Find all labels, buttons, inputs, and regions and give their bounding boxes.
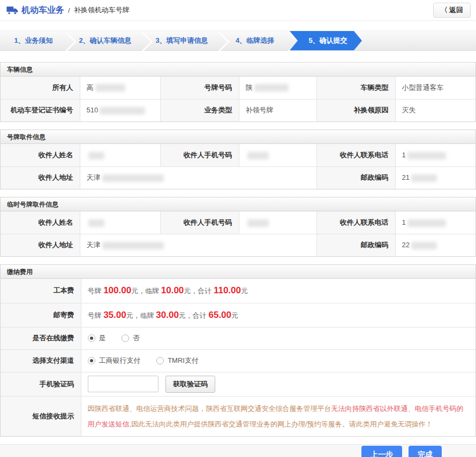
main-content: 车辆信息 所有人 高 号牌号码 陕 车辆类型 小型普通客车 机动车登记证书编号 …: [0, 62, 476, 437]
plate-pickup-table: 收件人姓名 收件人手机号码 收件人联系电话 1 收件人地址 天津 邮政编码 21: [1, 144, 475, 189]
step-2-label: 2、确认车辆信息: [79, 36, 131, 45]
owner-value: 高: [80, 77, 160, 99]
footer-bar: 上一步 完成: [0, 444, 476, 457]
redacted-text: [100, 107, 145, 115]
table-row: 选择支付渠道 工商银行支付 TMRI支付: [1, 349, 475, 372]
redacted-text: [88, 152, 104, 159]
get-sms-code-button[interactable]: 获取验证码: [165, 376, 215, 393]
plate-cost-amount: 100.00: [103, 285, 131, 295]
recipient-name-value: [80, 144, 160, 166]
payment-channel-label: 选择支付渠道: [1, 349, 81, 372]
temp-plate-cost-amount: 10.00: [161, 285, 184, 295]
step-1-notice[interactable]: 1、业务须知: [0, 31, 67, 50]
radio-channel-icbc[interactable]: 工商银行支付: [88, 356, 141, 365]
radio-checked-icon: [88, 357, 95, 364]
back-button-label: 返回: [449, 5, 463, 15]
sms-notice-text: 因陕西省联通、电信运营商技术问题，陕西省互联网交通安全综合服务管理平台无法向持陕…: [81, 396, 475, 436]
fees-table: 工本费 号牌 100.00元，临牌 10.00元，合计 110.00元 邮寄费 …: [1, 279, 475, 436]
step-5-confirm-submit[interactable]: 5、确认提交: [290, 31, 362, 50]
step-4-temp-plate[interactable]: 4、临牌选择: [220, 31, 290, 50]
sms-code-input[interactable]: [88, 376, 158, 392]
zip-code-label: 邮政编码: [316, 166, 395, 189]
plate-number-value: 陕: [239, 77, 316, 99]
recipient-phone-value: 1: [395, 144, 475, 166]
redacted-text: [411, 174, 437, 182]
recipient-address-value: 天津: [80, 166, 316, 189]
recipient-mobile-value: [239, 211, 316, 234]
redacted-text: [102, 242, 164, 249]
back-chevron-icon: 〈: [441, 5, 448, 15]
sms-notice-part1: 因陕西省联通、电信运营商技术问题，陕西省互联网交通安全综合服务管理平台: [88, 405, 331, 413]
sms-code-field: 获取验证码: [81, 372, 475, 396]
radio-online-no[interactable]: 否: [122, 333, 140, 343]
zip-code-value: 21: [395, 166, 475, 189]
vehicle-info-table: 所有人 高 号牌号码 陕 车辆类型 小型普通客车 机动车登记证书编号 510 业…: [1, 77, 475, 121]
app-title[interactable]: 机动车业务: [21, 5, 64, 16]
sms-notice-label: 短信接收提示: [1, 396, 81, 436]
recipient-phone-label: 收件人联系电话: [316, 144, 395, 166]
owner-label: 所有人: [1, 77, 80, 99]
total-cost-amount: 110.00: [214, 285, 241, 295]
redacted-text: [102, 174, 164, 182]
vehicle-type-label: 车辆类型: [316, 77, 395, 99]
redacted-text: [247, 152, 269, 159]
breadcrumb: 机动车业务 / 补换领机动车号牌: [6, 5, 130, 16]
table-row: 是否在线缴费 是 否: [1, 327, 475, 349]
zip-code-value: 22: [395, 234, 475, 256]
step-3-application[interactable]: 3、填写申请信息: [143, 31, 220, 50]
radio-unchecked-icon: [156, 357, 164, 364]
step-3-label: 3、填写申请信息: [155, 36, 208, 45]
radio-online-yes[interactable]: 是: [88, 333, 106, 343]
total-postage-amount: 65.00: [208, 310, 231, 320]
plate-number-label: 号牌号码: [160, 77, 239, 99]
reason-value: 灭失: [395, 99, 475, 121]
recipient-phone-value: 1: [395, 211, 475, 234]
redacted-text: [407, 152, 446, 159]
table-row: 收件人地址 天津 邮政编码 22: [1, 234, 475, 256]
step-progress-bar: 1、业务须知 2、确认车辆信息 3、填写申请信息 4、临牌选择 5、确认提交: [0, 31, 476, 51]
table-row: 手机验证码 获取验证码: [1, 372, 475, 396]
table-row: 机动车登记证书编号 510 业务类型 补领号牌 补换领原因 灭失: [1, 99, 475, 121]
temp-plate-pickup-title: 临时号牌取件信息: [1, 197, 475, 211]
step-1-label: 1、业务须知: [14, 36, 52, 45]
temp-plate-postage-amount: 30.00: [156, 310, 179, 320]
truck-icon: [6, 6, 18, 15]
sms-notice-part3: ,因此无法向此类用户提供陕西省交通管理业务的网上办理/预约等服务。请此类用户避免…: [130, 420, 433, 428]
zip-code-label: 邮政编码: [316, 234, 395, 256]
temp-plate-pickup-table: 收件人姓名 收件人手机号码 收件人联系电话 1 收件人地址 天津 邮政编码 22: [1, 211, 475, 256]
business-type-label: 业务类型: [160, 99, 239, 121]
payment-channel-options: 工商银行支付 TMRI支付: [81, 349, 475, 372]
redacted-text: [88, 219, 104, 227]
page-title: 补换领机动车号牌: [74, 5, 130, 15]
plate-postage-amount: 35.00: [103, 310, 126, 320]
production-cost-value: 号牌 100.00元，临牌 10.00元，合计 110.00元: [81, 279, 475, 303]
section-fees: 缴纳费用 工本费 号牌 100.00元，临牌 10.00元，合计 110.00元…: [0, 264, 476, 437]
section-temp-plate-pickup-info: 临时号牌取件信息 收件人姓名 收件人手机号码 收件人联系电话 1 收件人地址 天…: [0, 197, 476, 257]
radio-channel-tmri[interactable]: TMRI支付: [156, 356, 199, 365]
business-type-value: 补领号牌: [239, 99, 316, 121]
back-button[interactable]: 〈 返回: [433, 3, 471, 18]
section-plate-pickup-info: 号牌取件信息 收件人姓名 收件人手机号码 收件人联系电话 1 收件人地址 天津 …: [0, 130, 476, 189]
table-row: 工本费 号牌 100.00元，临牌 10.00元，合计 110.00元: [1, 279, 475, 303]
recipient-address-value: 天津: [80, 234, 316, 256]
prev-step-button[interactable]: 上一步: [361, 446, 402, 457]
recipient-mobile-label: 收件人手机号码: [160, 211, 239, 234]
registration-cert-label: 机动车登记证书编号: [1, 99, 80, 121]
recipient-address-label: 收件人地址: [1, 234, 80, 256]
redacted-text: [254, 84, 289, 92]
table-row: 收件人姓名 收件人手机号码 收件人联系电话 1: [1, 144, 475, 166]
radio-checked-icon: [88, 334, 95, 342]
step-2-confirm-vehicle[interactable]: 2、确认车辆信息: [67, 31, 143, 50]
recipient-name-label: 收件人姓名: [1, 144, 80, 166]
sms-code-label: 手机验证码: [1, 372, 81, 396]
redacted-text: [95, 84, 125, 92]
stepbar-filler: [362, 31, 476, 50]
vehicle-info-title: 车辆信息: [1, 63, 475, 77]
redacted-text: [411, 242, 437, 249]
recipient-mobile-label: 收件人手机号码: [160, 144, 239, 166]
table-row: 收件人姓名 收件人手机号码 收件人联系电话 1: [1, 211, 475, 234]
finish-button[interactable]: 完成: [409, 446, 442, 457]
redacted-text: [247, 219, 269, 227]
registration-cert-value: 510: [80, 99, 160, 121]
radio-unchecked-icon: [122, 334, 129, 342]
